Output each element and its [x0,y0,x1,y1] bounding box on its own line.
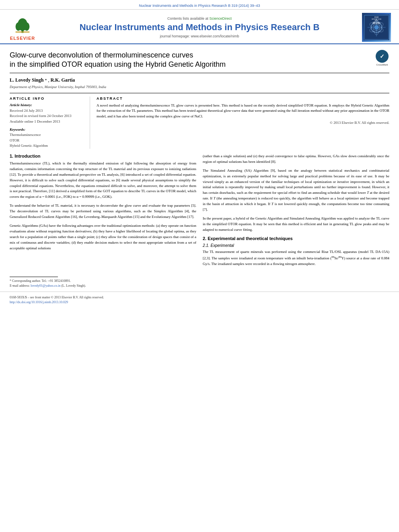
section2-heading: 2. Experimental and theoretical techniqu… [203,236,389,241]
body-left-column: 1. Introduction Thermoluminescence (TL),… [10,154,196,270]
keyword-2: OTOR [10,138,86,144]
section1-para3: Genetic Algorithms (GAs) have the follow… [10,223,196,251]
elsevier-logo: ELSEVIER [6,14,39,41]
article-history-label: Article history: [10,103,86,107]
body-right-column: (rather than a single solution) and (e) … [203,154,389,270]
author1-name: L. Lovedy Singh [10,77,43,83]
author2-name: R.K. Gartia [50,77,75,83]
journal-cover-image: BEAM INTERACTIONS WITH MATERIALS AND ATO… [362,13,391,42]
section1-heading: 1. Introduction [10,154,196,158]
keyword-1: Thermoluminescence [10,132,86,138]
email-label: E-mail address: [10,284,30,288]
abstract-header: ABSTRACT [97,97,389,101]
section1-para4: The Simulated Annealing (SA) Algorithm [… [203,168,389,213]
svg-point-10 [374,25,378,29]
page-footer: 0168-583X/$ – see front matter © 2013 El… [0,292,399,307]
keyword-3: Hybrid Genetic Algorithm [10,143,86,149]
available-date: Available online 1 December 2013 [10,119,86,125]
copyright-line: © 2013 Elsevier B.V. All rights reserved… [97,121,389,125]
section1-para2: To understand the behavior of TL materia… [10,203,196,220]
article-info-abstract-section: ARTICLE INFO Article history: Received 2… [10,93,389,149]
footnote-email: E-mail address: lovedy01@yahoo.co.in (L.… [10,283,389,288]
header-section: ELSEVIER Contents lists available at Sci… [0,10,399,44]
svg-rect-4 [16,31,30,33]
journal-homepage: journal homepage: www.elsevier.com/locat… [43,34,356,38]
article-title-block: Glow-curve deconvolution of thermolumine… [10,51,389,73]
revised-date: Received in revised form 24 October 2013 [10,113,86,119]
abstract-text: A novel method of analyzing thermolumine… [97,103,389,119]
body-two-columns: 1. Introduction Thermoluminescence (TL),… [10,154,389,270]
doi-link[interactable]: http://dx.doi.org/10.1016/j.nimb.2013.10… [10,300,68,304]
author1-star: * [45,78,47,82]
footnote-section: * Corresponding author. Tel.: +91 385241… [0,277,399,288]
svg-text:✓: ✓ [380,53,385,60]
keywords-label: Keywords: [10,127,86,131]
elsevier-label: ELSEVIER [10,36,35,41]
svg-text:BEAM: BEAM [374,16,379,18]
affiliation-line: Department of Physics, Manipur Universit… [10,85,389,89]
section1-para3-cont: (rather than a single solution) and (e) … [203,154,389,165]
email-link[interactable]: lovedy01@yahoo.co.in [31,284,60,288]
article-content: Glow-curve deconvolution of thermolumine… [0,44,399,275]
email-name: (L. Lovedy Singh). [61,284,86,288]
article-info-header: ARTICLE INFO [10,97,86,101]
header-right: BEAM INTERACTIONS WITH MATERIALS AND ATO… [360,13,393,42]
svg-point-2 [16,23,21,31]
crossmark-label: CrossMark [376,64,388,66]
article-title: Glow-curve deconvolution of thermolumine… [10,51,370,70]
crossmark-badge[interactable]: ✓ CrossMark [375,51,389,65]
footer-issn: 0168-583X/$ – see front matter © 2013 El… [10,295,389,300]
section2-para1: The TL measurement of quartz minerals wa… [203,249,389,267]
elsevier-tree-icon [12,14,33,35]
footer-doi: http://dx.doi.org/10.1016/j.nimb.2013.10… [10,300,389,305]
header-middle: Contents lists available at ScienceDirec… [39,16,360,38]
sciencedirect-link[interactable]: ScienceDirect [210,16,232,21]
article-info-column: ARTICLE INFO Article history: Received 2… [10,97,90,149]
footnote-separator [10,277,58,277]
svg-point-3 [24,23,29,31]
journal-top-bar: Nuclear Instruments and Methods in Physi… [0,0,399,10]
svg-text:AND ATOMS: AND ATOMS [372,23,380,25]
section1-para5: In the present paper, a hybrid of the Ge… [203,216,389,233]
section1-para1: Thermoluminescence (TL), which is the th… [10,161,196,200]
abstract-column: ABSTRACT A novel method of analyzing the… [97,97,389,149]
section2-sub1-heading: 2.1. Experimental [203,243,389,248]
footnote-star: * Corresponding author. Tel.: +91 385241… [10,279,389,283]
crossmark-icon: ✓ [376,50,389,63]
journal-top-ref: Nuclear Instruments and Methods in Physi… [139,4,260,8]
journal-title-header: Nuclear Instruments and Methods in Physi… [43,22,356,33]
page-wrapper: Nuclear Instruments and Methods in Physi… [0,0,399,532]
authors-line: L. Lovedy Singh * , R.K. Gartia [10,77,389,83]
received-date: Received 24 July 2013 [10,108,86,114]
contents-line: Contents lists available at ScienceDirec… [43,16,356,21]
